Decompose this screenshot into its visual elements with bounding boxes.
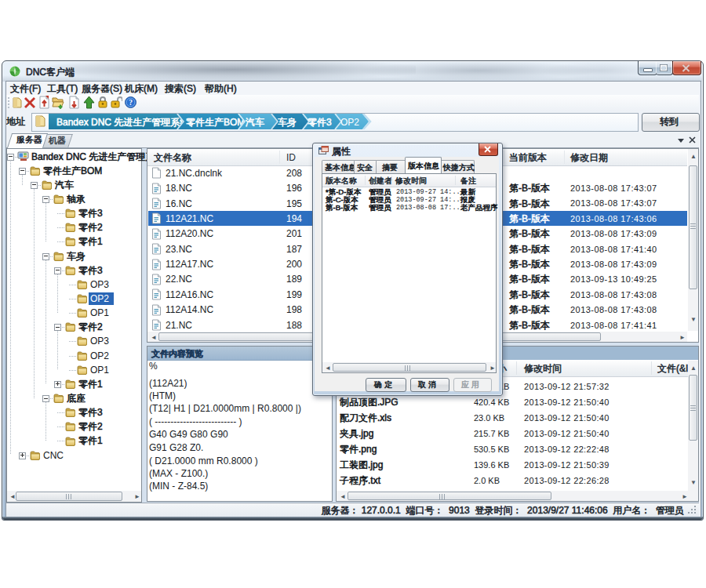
svg-text:?: ?: [129, 99, 133, 107]
